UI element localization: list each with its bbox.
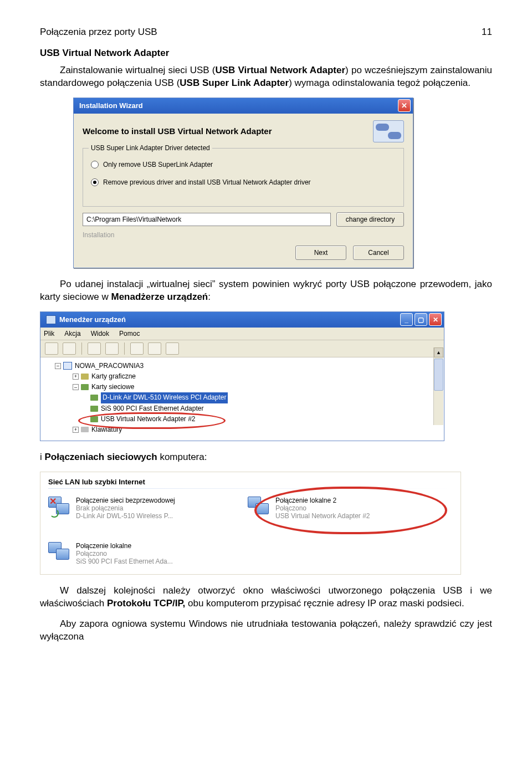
tree-node-network[interactable]: –Karty sieciowe	[45, 382, 439, 392]
lan-connection-icon	[48, 542, 70, 562]
wireless-connection-icon: ✕	[48, 497, 70, 517]
devmgr-toolbar	[40, 340, 444, 357]
minimize-icon[interactable]: _	[400, 313, 413, 326]
radio-icon	[91, 161, 99, 168]
tree-node-keyboards[interactable]: +Klawiatury	[45, 425, 439, 435]
network-adapter-icon	[81, 384, 89, 390]
wizard-titlebar: Installation Wizard ✕	[74, 98, 413, 114]
toolbar-icon[interactable]	[105, 342, 119, 355]
menu-help[interactable]: Pomoc	[119, 330, 140, 338]
display-adapter-icon	[81, 374, 89, 380]
usb-link-icon	[373, 120, 404, 142]
maximize-icon[interactable]: ▢	[415, 313, 427, 326]
network-adapter-icon	[90, 395, 98, 401]
keyboard-icon	[81, 427, 89, 432]
wifi-icon	[50, 509, 59, 518]
forward-icon[interactable]	[63, 342, 76, 355]
radio-remove-install[interactable]: Remove previous driver and install USB V…	[91, 178, 396, 186]
installation-wizard-window: Installation Wizard ✕ Welcome to install…	[73, 98, 413, 268]
installation-label: Installation	[83, 231, 404, 239]
toolbar-icon[interactable]	[88, 342, 101, 355]
radio-remove-only[interactable]: Only remove USB SuperLink Adapter	[91, 161, 396, 168]
back-icon[interactable]	[45, 342, 58, 355]
paragraph-2: Po udanej instalacji „wirtualnej sieci” …	[40, 278, 492, 304]
tree-item[interactable]: SiS 900 PCI Fast Ethernet Adapter	[45, 403, 439, 414]
paragraph-1: Zainstalowanie wirtualnej sieci USB (USB…	[40, 64, 492, 90]
close-icon[interactable]: ✕	[429, 313, 442, 326]
disconnected-icon: ✕	[49, 498, 57, 505]
connection-local[interactable]: Połączenie lokalne Połączono SiS 900 PCI…	[48, 542, 226, 565]
devmgr-title: Menedżer urządzeń	[59, 315, 126, 324]
paragraph-4: W dalszej kolejności należy otworzyć okn…	[40, 585, 492, 610]
scroll-thumb[interactable]	[434, 359, 443, 391]
tree-root[interactable]: –NOWA_PRACOWNIA3	[45, 361, 439, 371]
paragraph-5: Aby zapora ogniowa systemu Windows nie u…	[40, 618, 492, 643]
section-subtitle: USB Virtual Network Adapter	[40, 48, 492, 59]
wizard-welcome-text: Welcome to install USB Virtual Network A…	[83, 126, 272, 137]
page-number: 11	[482, 27, 492, 38]
lan-connection-icon	[248, 497, 270, 517]
device-tree: –NOWA_PRACOWNIA3 +Karty graficzne –Karty…	[40, 357, 444, 441]
connection-local-2[interactable]: Połączenie lokalne 2 Połączono USB Virtu…	[248, 497, 425, 520]
close-icon[interactable]: ✕	[398, 99, 411, 112]
radio-icon	[91, 178, 99, 186]
tree-item-usb-virtual[interactable]: USB Virtual Network Adapter #2	[45, 414, 439, 425]
toolbar-icon[interactable]	[166, 342, 179, 355]
tree-item[interactable]: D-Link Air DWL-510 Wireless PCI Adapter	[45, 392, 439, 403]
cancel-button[interactable]: Cancel	[353, 246, 404, 260]
next-button[interactable]: Next	[295, 246, 346, 260]
tree-node-graphics[interactable]: +Karty graficzne	[45, 371, 439, 382]
menu-view[interactable]: Widok	[91, 330, 109, 338]
menu-file[interactable]: Plik	[44, 330, 54, 338]
computer-icon	[46, 315, 56, 324]
header-title: Połączenia przez porty USB	[40, 27, 157, 38]
scroll-up-icon[interactable]: ▲	[434, 347, 443, 357]
menu-action[interactable]: Akcja	[64, 330, 80, 338]
change-directory-button[interactable]: change directory	[336, 212, 404, 227]
devmgr-menubar: Plik Akcja Widok Pomoc	[40, 328, 444, 340]
toolbar-icon[interactable]	[130, 342, 144, 355]
device-manager-window: Menedżer urządzeń _ ▢ ✕ Plik Akcja Widok…	[40, 311, 444, 441]
devmgr-titlebar: Menedżer urządzeń _ ▢ ✕	[40, 312, 444, 328]
driver-detected-group: USB Super Link Adapter Driver detected O…	[83, 148, 404, 207]
network-adapter-icon	[90, 406, 98, 412]
toolbar-icon[interactable]	[148, 342, 161, 355]
section-title: Sieć LAN lub szybki Internet	[48, 478, 453, 486]
paragraph-3: i Połączeniach sieciowych komputera:	[40, 451, 492, 464]
wizard-title: Installation Wizard	[79, 101, 143, 110]
group-legend: USB Super Link Adapter Driver detected	[89, 144, 212, 152]
scrollbar[interactable]: ▲	[433, 347, 443, 425]
computer-icon	[63, 362, 72, 370]
page-header: Połączenia przez porty USB 11	[40, 27, 492, 38]
install-path-input[interactable]: C:\Program Files\VirtualNetwork	[83, 213, 331, 226]
network-adapter-icon	[90, 416, 98, 422]
network-connections-panel: Sieć LAN lub szybki Internet ✕ Połączeni…	[40, 472, 461, 575]
connection-wireless[interactable]: ✕ Połączenie sieci bezprzewodowej Brak p…	[48, 497, 226, 520]
